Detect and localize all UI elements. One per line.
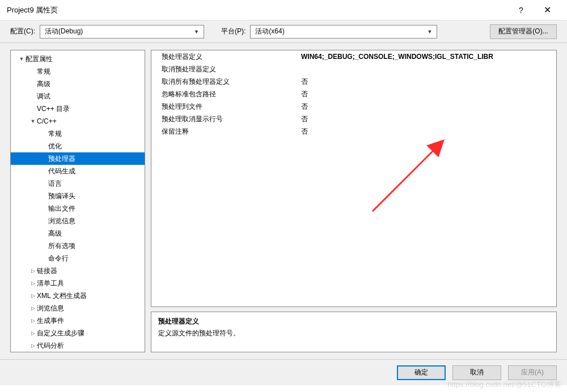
window-title: Project9 属性页	[7, 5, 508, 15]
platform-label: 平台(P):	[221, 27, 246, 36]
tree-item-label: 常规	[48, 127, 62, 140]
titlebar: Project9 属性页 ? ✕	[0, 0, 567, 20]
property-value[interactable]: 否	[299, 102, 556, 112]
tree-item-label: 代码生成	[48, 165, 75, 177]
tree-item[interactable]: 输出文件	[11, 202, 145, 215]
svg-line-0	[373, 149, 435, 211]
tree-item[interactable]: 所有选项	[11, 240, 145, 252]
tree-item[interactable]: 常规	[11, 127, 145, 140]
tree-item[interactable]: 语言	[11, 177, 145, 190]
config-label: 配置(C):	[10, 27, 35, 36]
tree-item-label: 配置属性	[26, 53, 53, 65]
property-name: 忽略标准包含路径	[151, 90, 299, 99]
property-name: 预处理器定义	[151, 52, 299, 62]
expanded-icon: ▼	[18, 53, 26, 65]
tree-item-label: 高级	[37, 78, 50, 90]
tree-item[interactable]: ▷自定义生成步骤	[11, 327, 145, 339]
watermark: https://blog.csdn.net/@51CTO博客	[447, 380, 561, 390]
property-value[interactable]: 否	[299, 90, 556, 99]
tree-item-label: 语言	[48, 177, 62, 190]
tree-item[interactable]: 高级	[11, 227, 145, 240]
grid-row[interactable]: 预处理到文件否	[151, 100, 556, 113]
collapsed-icon: ▷	[29, 314, 37, 327]
expanded-icon: ▼	[29, 115, 37, 127]
config-combo[interactable]: 活动(Debug) ▼	[40, 25, 204, 39]
collapsed-icon: ▷	[29, 339, 37, 352]
tree-item[interactable]: ▷代码分析	[11, 339, 145, 352]
tree-item-label: 预处理器	[48, 152, 75, 165]
description-title: 预处理器定义	[158, 317, 549, 326]
tree-item[interactable]: ▷清单工具	[11, 277, 145, 289]
tree-item-label: 预编译头	[48, 190, 75, 202]
config-toolbar: 配置(C): 活动(Debug) ▼ 平台(P): 活动(x64) ▼ 配置管理…	[0, 20, 567, 43]
tree-item[interactable]: ▼配置属性	[11, 53, 145, 65]
collapsed-icon: ▷	[29, 327, 37, 339]
property-value[interactable]: 否	[299, 127, 556, 137]
tree-item[interactable]: 命令行	[11, 252, 145, 265]
tree-item[interactable]: VC++ 目录	[11, 103, 145, 115]
tree-item[interactable]: 预处理器	[11, 152, 145, 165]
property-name: 预处理到文件	[151, 102, 299, 112]
property-name: 取消所有预处理器定义	[151, 77, 299, 87]
description-text: 定义源文件的预处理符号。	[158, 329, 549, 338]
tree-item[interactable]: ▷链接器	[11, 265, 145, 277]
property-value[interactable]: 否	[299, 114, 556, 124]
tree-item[interactable]: 常规	[11, 65, 145, 78]
ok-button[interactable]: 确定	[397, 365, 446, 380]
tree-item[interactable]: ▷XML 文档生成器	[11, 289, 145, 302]
tree-item[interactable]: 优化	[11, 140, 145, 152]
tree-item-label: 所有选项	[48, 240, 75, 252]
grid-row[interactable]: 保留注释否	[151, 125, 556, 138]
cancel-button[interactable]: 取消	[452, 365, 501, 380]
grid-row[interactable]: 取消预处理器定义	[151, 63, 556, 75]
tree-item-label: 生成事件	[37, 314, 64, 327]
config-manager-button[interactable]: 配置管理器(O)...	[490, 24, 557, 39]
grid-row[interactable]: 预处理取消显示行号否	[151, 113, 556, 125]
tree-item-label: 命令行	[48, 252, 69, 265]
property-name: 保留注释	[151, 127, 299, 137]
tree-item-label: 常规	[37, 65, 50, 78]
tree-item-label: 代码分析	[37, 339, 64, 352]
property-name: 预处理取消显示行号	[151, 114, 299, 124]
tree-item-label: 调试	[37, 90, 50, 103]
tree-item[interactable]: 调试	[11, 90, 145, 103]
tree-item-label: 高级	[48, 227, 62, 240]
config-value: 活动(Debug)	[45, 27, 83, 36]
annotation-arrow	[151, 138, 548, 307]
tree-item[interactable]: 浏览信息	[11, 215, 145, 227]
description-panel: 预处理器定义 定义源文件的预处理符号。	[151, 312, 557, 352]
property-value[interactable]: WIN64;_DEBUG;_CONSOLE;_WINDOWS;IGL_STATI…	[299, 53, 556, 61]
chevron-down-icon: ▼	[427, 29, 432, 35]
tree-item[interactable]: ▷生成事件	[11, 314, 145, 327]
property-name: 取消预处理器定义	[151, 65, 299, 74]
tree-item-label: 清单工具	[37, 277, 64, 289]
tree-item[interactable]: ▷浏览信息	[11, 302, 145, 314]
tree-item-label: 优化	[48, 140, 62, 152]
platform-combo[interactable]: 活动(x64) ▼	[250, 25, 437, 39]
tree-item-label: 自定义生成步骤	[37, 327, 84, 339]
close-button[interactable]: ✕	[534, 0, 560, 20]
tree-item-label: XML 文档生成器	[37, 289, 87, 302]
tree-item-label: C/C++	[37, 115, 57, 127]
tree-item[interactable]: ▼C/C++	[11, 115, 145, 127]
tree-item-label: 链接器	[37, 265, 57, 277]
grid-row[interactable]: 预处理器定义WIN64;_DEBUG;_CONSOLE;_WINDOWS;IGL…	[151, 50, 556, 63]
collapsed-icon: ▷	[29, 289, 37, 302]
platform-value: 活动(x64)	[255, 27, 284, 36]
property-grid[interactable]: 预处理器定义WIN64;_DEBUG;_CONSOLE;_WINDOWS;IGL…	[151, 50, 557, 307]
apply-button[interactable]: 应用(A)	[508, 365, 557, 380]
tree-item-label: VC++ 目录	[37, 103, 70, 115]
help-button[interactable]: ?	[508, 0, 534, 20]
collapsed-icon: ▷	[29, 302, 37, 314]
grid-row[interactable]: 忽略标准包含路径否	[151, 88, 556, 100]
chevron-down-icon: ▼	[194, 29, 199, 35]
tree-item-label: 浏览信息	[37, 302, 64, 314]
grid-row[interactable]: 取消所有预处理器定义否	[151, 75, 556, 88]
tree-item[interactable]: 预编译头	[11, 190, 145, 202]
nav-tree[interactable]: ▼配置属性常规高级调试VC++ 目录▼C/C++常规优化预处理器代码生成语言预编…	[10, 50, 145, 352]
property-value[interactable]: 否	[299, 77, 556, 87]
tree-item-label: 输出文件	[48, 202, 75, 215]
collapsed-icon: ▷	[29, 277, 37, 289]
tree-item[interactable]: 代码生成	[11, 165, 145, 177]
tree-item[interactable]: 高级	[11, 78, 145, 90]
